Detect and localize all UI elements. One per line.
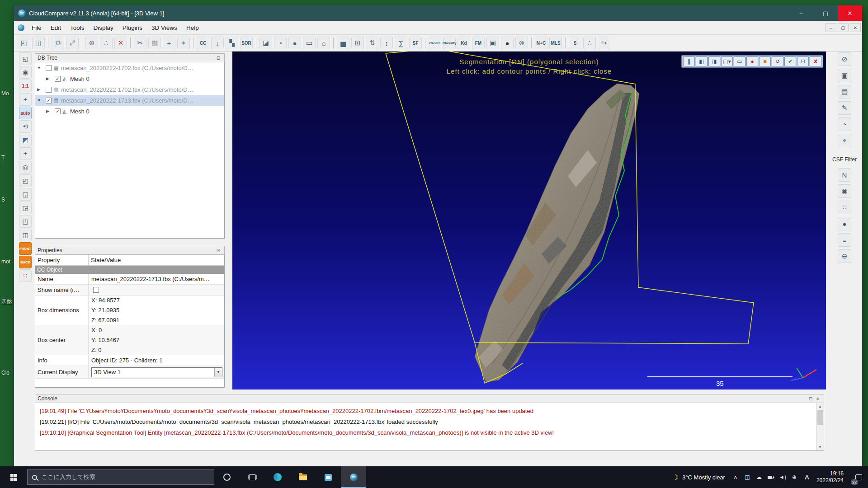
sample-points-icon[interactable]: ▚: [226, 37, 238, 49]
scroll-down-icon[interactable]: ▼: [817, 444, 824, 450]
cloud-cloud-distance-icon[interactable]: ⇅: [366, 37, 378, 49]
store-button[interactable]: [316, 466, 341, 488]
child-close-button[interactable]: ✕: [850, 23, 861, 32]
pcv-icon[interactable]: ●: [501, 37, 514, 49]
desktop-icon-label[interactable]: Mo: [1, 90, 14, 97]
hough-normals-icon[interactable]: ⌖: [838, 134, 851, 147]
apply-transform-icon[interactable]: ⤢: [66, 37, 79, 49]
tree-item[interactable]: ▶ ✓ ◭ Mesh 0: [35, 73, 224, 84]
segment-icon[interactable]: ✂: [134, 37, 146, 49]
clone-icon[interactable]: ⧉: [52, 37, 64, 49]
tree-item[interactable]: ▶ ✓ ◭ Mesh 0: [35, 106, 224, 117]
visibility-checkbox[interactable]: [46, 87, 52, 93]
scroll-thumb[interactable]: [817, 410, 823, 425]
canupo-classify-icon[interactable]: Classify: [443, 37, 456, 49]
pcv-icon[interactable]: ●: [838, 217, 851, 230]
chisel-icon[interactable]: ✎: [838, 101, 851, 115]
point-picking-icon[interactable]: +: [163, 37, 175, 49]
csf-filter-label[interactable]: CSF Filter: [832, 156, 857, 163]
undo-button[interactable]: ↺: [772, 56, 783, 66]
menu-item[interactable]: Edit: [46, 21, 66, 34]
front-view-button[interactable]: FRONT: [19, 242, 32, 255]
m3c2-icon[interactable]: ∷: [838, 201, 851, 214]
float-panel-icon[interactable]: ⊡: [807, 396, 814, 401]
desktop-icon-label[interactable]: mot: [1, 258, 14, 265]
weather-widget[interactable]: ☽ 3°C Mostly clear: [668, 466, 730, 488]
auto-pick-button[interactable]: auto: [19, 107, 32, 119]
screenshot-icon[interactable]: ◱: [19, 52, 32, 65]
child-restore-button[interactable]: ▢: [838, 23, 849, 32]
expander-icon[interactable]: ▶: [46, 76, 53, 81]
histogram-icon[interactable]: ▅: [337, 37, 349, 49]
animation-icon[interactable]: ▤: [838, 85, 851, 99]
cylinder-icon[interactable]: ⊖: [838, 249, 851, 263]
tree-item[interactable]: ▼ ▦ metascan_20220222-1702.fbx (C:/Users…: [35, 62, 224, 73]
cloudcompare-taskbar-button[interactable]: CC: [341, 466, 366, 488]
3d-view[interactable]: 35 Segmentation [ON] (polygonal selectio…: [232, 52, 826, 389]
crop-icon[interactable]: ▦: [148, 37, 161, 49]
ransac-icon[interactable]: ⊘: [838, 52, 851, 66]
point-pair-align-icon[interactable]: CC: [197, 37, 209, 49]
back-view-button[interactable]: BACK: [19, 256, 32, 268]
delete-icon[interactable]: ✕: [114, 37, 127, 49]
expander-icon[interactable]: ▼: [37, 98, 44, 103]
export-icon[interactable]: ↪: [598, 37, 610, 49]
statistics-icon[interactable]: ∑: [395, 37, 407, 49]
menu-item[interactable]: Tools: [66, 21, 89, 34]
console-scrollbar[interactable]: ▲ ▼: [816, 403, 824, 450]
sf-gradient-icon[interactable]: SF: [409, 37, 422, 49]
desktop-icon-label[interactable]: S: [1, 197, 14, 203]
task-view-button[interactable]: [240, 466, 265, 488]
menu-item[interactable]: Plugins: [118, 21, 147, 34]
tray-expand-icon[interactable]: ∧: [730, 474, 741, 480]
tree-item[interactable]: ▶ ▦ metascan_20220222-1702.fbx (C:/Users…: [35, 84, 224, 95]
view-bottom-button[interactable]: ◫: [19, 229, 32, 241]
stereo-button[interactable]: ∷: [19, 269, 32, 282]
monitor-icon[interactable]: ◫: [741, 474, 753, 480]
camera-icon[interactable]: ◉: [19, 66, 32, 79]
float-panel-icon[interactable]: ⊡: [215, 56, 222, 61]
normals-icon[interactable]: N: [838, 168, 851, 182]
class-b-button[interactable]: ■: [759, 56, 771, 66]
view-left-button[interactable]: ◲: [19, 202, 32, 214]
pivot-button[interactable]: ⟲: [19, 120, 32, 133]
visibility-checkbox[interactable]: [46, 65, 52, 71]
child-minimize-button[interactable]: –: [826, 23, 836, 32]
expander-icon[interactable]: ▼: [37, 66, 44, 70]
cortana-button[interactable]: [214, 466, 240, 488]
save-icon[interactable]: ◫: [32, 37, 45, 49]
cross-section-icon[interactable]: ◪: [259, 37, 272, 49]
canupo-create-icon[interactable]: Create: [429, 37, 441, 49]
title-bar[interactable]: CC CloudCompare v2.11.3 (Anoia) [64-bit]…: [14, 5, 862, 21]
cancel-button[interactable]: ✘: [810, 56, 821, 66]
segment-in-button[interactable]: ◧: [696, 56, 708, 66]
globe-icon[interactable]: ⊚: [515, 37, 528, 49]
onedrive-icon[interactable]: ☁: [753, 474, 765, 480]
visibility-checkbox[interactable]: ✓: [46, 98, 52, 103]
confirm-button[interactable]: ✔: [784, 56, 796, 66]
octree-icon[interactable]: ⊞: [351, 37, 364, 49]
desktop-icon-label[interactable]: T: [1, 155, 14, 161]
maximize-button[interactable]: ▢: [813, 5, 838, 21]
normals-color-icon[interactable]: N+C: [535, 37, 547, 49]
class-a-button[interactable]: ●: [746, 56, 758, 66]
primitive-factory-icon[interactable]: ⌂: [317, 37, 330, 49]
open-icon[interactable]: ◰: [18, 37, 30, 49]
cloud-mesh-distance-icon[interactable]: ↕: [380, 37, 393, 49]
desktop-icon-label[interactable]: 基盤: [1, 298, 14, 306]
taskbar-clock[interactable]: 19:16 2022/02/24: [814, 466, 849, 488]
visibility-checkbox[interactable]: ✓: [55, 108, 61, 114]
desktop-icon-label[interactable]: Clo: [1, 370, 14, 376]
facets-icon[interactable]: FM: [472, 37, 485, 49]
sphere-tool-icon[interactable]: ●: [288, 37, 301, 49]
zoom-button[interactable]: ◎: [19, 161, 32, 174]
pan-button[interactable]: ＋: [19, 147, 32, 160]
close-button[interactable]: ✕: [838, 5, 862, 21]
kd-tree-icon[interactable]: Kd: [458, 37, 470, 49]
polygon-mode-button[interactable]: ▢▾: [721, 56, 733, 66]
show-name-checkbox[interactable]: [93, 287, 99, 293]
battery-icon[interactable]: [765, 476, 777, 479]
poisson-icon[interactable]: ∴: [583, 37, 596, 49]
rectangle-mode-button[interactable]: ▭: [734, 56, 745, 66]
point-list-picking-icon[interactable]: ⌖: [177, 37, 190, 49]
